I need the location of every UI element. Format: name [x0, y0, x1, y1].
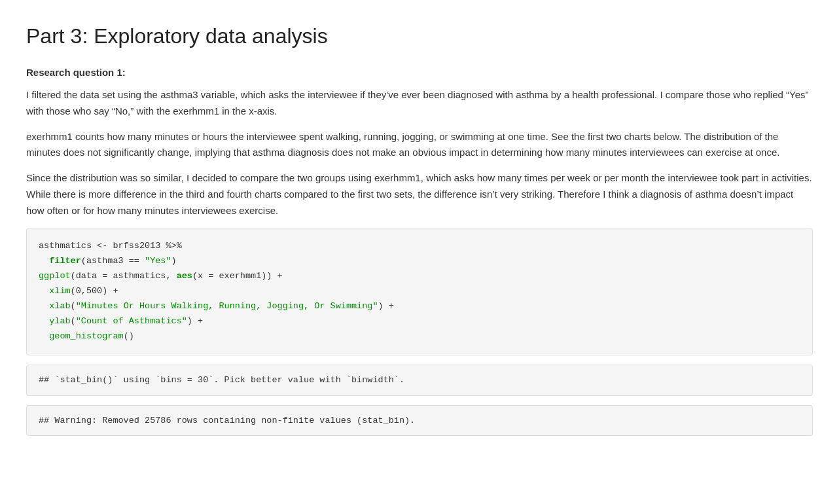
- paragraph-1: I filtered the data set using the asthma…: [26, 87, 813, 120]
- paragraph-3: Since the distribution was so similar, I…: [26, 170, 813, 219]
- output-block-2: ## Warning: Removed 25786 rows containin…: [26, 405, 813, 437]
- section-label: Research question 1:: [26, 65, 813, 81]
- code-block-1: asthmatics <- brfss2013 %>% filter(asthm…: [26, 228, 813, 355]
- output-block-1: ## `stat_bin()` using `bins = 30`. Pick …: [26, 365, 813, 396]
- paragraph-2: exerhmm1 counts how many minutes or hour…: [26, 129, 813, 162]
- page-title: Part 3: Exploratory data analysis: [26, 20, 813, 53]
